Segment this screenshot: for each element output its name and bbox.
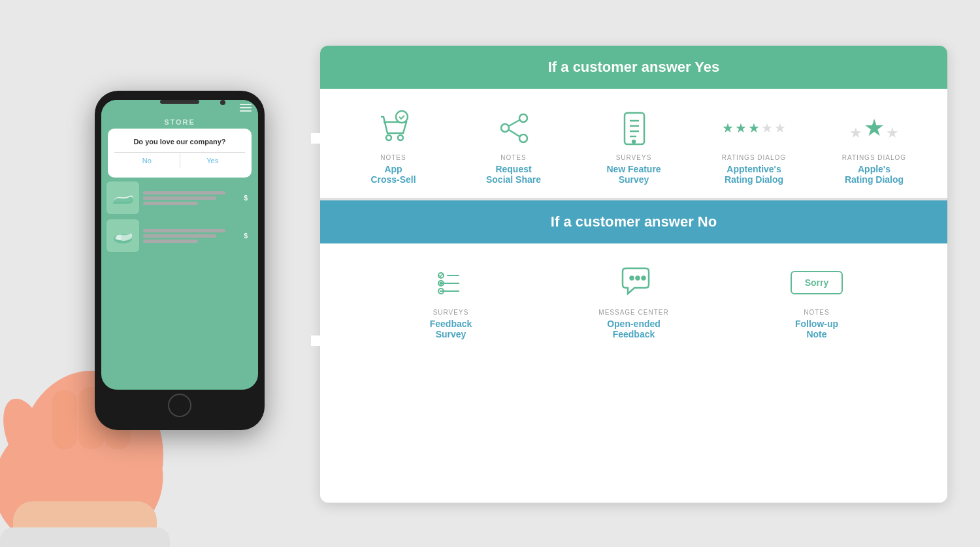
feature-item-open-ended: MESSAGE CENTER Open-endedFeedback — [581, 263, 686, 339]
product-item: $ — [106, 219, 253, 252]
main-content: If a customer answer Yes — [320, 46, 947, 503]
product-line — [143, 229, 225, 232]
product-line — [143, 234, 216, 238]
hamburger-icon — [240, 104, 252, 112]
svg-point-36 — [636, 276, 639, 279]
yes-arrow-icon — [311, 129, 350, 148]
star-3: ★ — [748, 120, 760, 136]
big-center-star: ★ — [864, 114, 885, 142]
star-4: ★ — [761, 120, 773, 136]
product-item: $ — [106, 181, 253, 214]
dialog-question: Do you love our company? — [114, 138, 245, 146]
product-line — [143, 240, 198, 243]
item-category: SURVEYS — [433, 309, 469, 316]
item-category: MESSAGE CENTER — [598, 309, 668, 316]
feature-item-feedback-survey: SURVEYS FeedbackSurvey — [399, 263, 503, 339]
chat-bubble-icon — [614, 263, 653, 302]
svg-rect-22 — [625, 113, 644, 144]
phone-home-button[interactable] — [168, 394, 191, 417]
arrow-no — [311, 332, 350, 350]
svg-rect-6 — [52, 390, 77, 449]
item-category: NOTES — [804, 309, 829, 316]
product-lines — [143, 229, 235, 243]
svg-point-37 — [642, 276, 645, 279]
star-1: ★ — [722, 120, 734, 136]
cart-check-icon — [376, 110, 412, 146]
survey-phone-icon — [619, 110, 649, 146]
store-label: STORE — [101, 116, 258, 129]
feature-item-new-feature-survey: SURVEYS New FeatureSurvey — [581, 108, 686, 185]
small-star-right: ★ — [886, 125, 899, 142]
item-name: Follow-upNote — [795, 319, 838, 339]
svg-line-20 — [509, 120, 519, 126]
sorry-button-icon: Sorry — [797, 263, 836, 302]
phone-dialog: Do you love our company? No Yes — [108, 129, 252, 178]
item-name: Apptentive'sRating Dialog — [725, 164, 783, 185]
feature-item-apple-rating: ★ ★ ★ RATINGS DIALOG Apple'sRating Dialo… — [822, 108, 926, 185]
item-name: RequestSocial Share — [486, 164, 541, 185]
item-name: FeedbackSurvey — [430, 319, 472, 339]
product-image — [106, 181, 139, 214]
feature-item-app-cross-sell: NOTES AppCross-Sell — [341, 108, 446, 185]
item-category: SURVEYS — [616, 154, 652, 161]
product-buy-button[interactable]: $ — [238, 192, 253, 204]
item-category: RATINGS DIALOG — [842, 154, 906, 161]
svg-point-17 — [519, 114, 527, 122]
svg-point-16 — [396, 111, 408, 123]
product-buy-button[interactable]: $ — [238, 230, 253, 242]
feature-item-follow-up: Sorry NOTES Follow-upNote — [764, 263, 869, 339]
star-5: ★ — [774, 120, 786, 136]
item-name: New FeatureSurvey — [606, 164, 661, 185]
phone-list-icon — [614, 108, 653, 148]
small-star-left: ★ — [849, 125, 862, 142]
no-button[interactable]: No — [114, 153, 180, 168]
svg-marker-13 — [311, 332, 350, 350]
share-nodes-icon — [496, 110, 532, 146]
apple-rating-stars: ★ ★ ★ — [849, 114, 899, 142]
feature-item-apptentive-rating: ★ ★ ★ ★ ★ RATINGS DIALOG Apptentive'sRat… — [702, 108, 806, 185]
svg-point-27 — [632, 140, 635, 143]
yes-button[interactable]: Yes — [180, 153, 246, 168]
phone-area: STORE Do you love our company? No Yes — [0, 0, 340, 547]
no-section-title: If a customer answer No — [333, 213, 934, 230]
product-line — [143, 202, 198, 205]
shoe2-icon — [110, 226, 136, 245]
item-name: Open-endedFeedback — [607, 319, 661, 339]
scene: STORE Do you love our company? No Yes — [0, 0, 980, 547]
svg-point-32 — [440, 282, 442, 284]
item-category: NOTES — [500, 154, 526, 161]
product-line — [143, 196, 216, 200]
svg-point-19 — [501, 124, 509, 132]
dialog-buttons: No Yes — [114, 152, 245, 168]
svg-point-14 — [386, 135, 391, 140]
phone: STORE Do you love our company? No Yes — [95, 91, 265, 430]
feature-item-social-share: NOTES RequestSocial Share — [461, 108, 566, 185]
product-line — [143, 191, 225, 195]
item-name: Apple'sRating Dialog — [845, 164, 904, 185]
svg-point-15 — [398, 135, 403, 140]
product-list: $ — [101, 178, 258, 390]
svg-point-11 — [116, 235, 122, 240]
checklist-survey-icon — [434, 265, 467, 301]
product-lines — [143, 191, 235, 205]
big-star-icon: ★ ★ ★ — [855, 108, 894, 148]
yes-items-row: NOTES AppCross-Sell N — [320, 89, 947, 198]
item-category: NOTES — [380, 154, 406, 161]
yes-section-header: If a customer answer Yes — [320, 46, 947, 89]
no-arrow-icon — [311, 332, 350, 350]
sorry-badge: Sorry — [791, 271, 843, 294]
shoe-icon — [110, 188, 136, 208]
cart-icon — [374, 108, 413, 148]
svg-marker-12 — [311, 129, 350, 148]
star-2: ★ — [735, 120, 747, 136]
checklist-icon — [431, 263, 470, 302]
rating-stars: ★ ★ ★ ★ ★ — [722, 120, 786, 136]
message-center-icon — [616, 265, 652, 301]
svg-rect-9 — [0, 527, 170, 547]
arrow-yes — [311, 129, 350, 148]
no-section-header: If a customer answer No — [320, 200, 947, 243]
item-category: RATINGS DIALOG — [722, 154, 786, 161]
no-items-row: SURVEYS FeedbackSurvey MESSAGE CENTE — [320, 243, 947, 352]
share-icon — [494, 108, 533, 148]
phone-top-bar — [101, 100, 258, 116]
